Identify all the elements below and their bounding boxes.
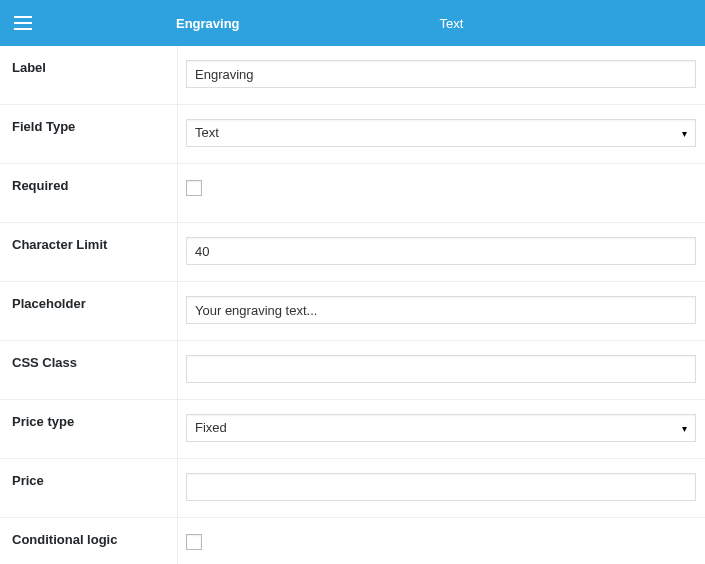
label-character-limit: Character Limit — [0, 223, 178, 281]
label-placeholder: Placeholder — [0, 282, 178, 340]
header-title: Engraving — [176, 16, 240, 31]
row-price: Price — [0, 459, 705, 518]
label-label: Label — [0, 46, 178, 104]
menu-toggle-button[interactable] — [0, 0, 46, 46]
row-conditional-logic: Conditional logic — [0, 518, 705, 564]
field-type-select[interactable]: Text — [186, 119, 696, 147]
label-field-type: Field Type — [0, 105, 178, 163]
label-required: Required — [0, 164, 178, 222]
row-label: Label — [0, 46, 705, 105]
row-required: Required — [0, 164, 705, 223]
placeholder-input[interactable] — [186, 296, 696, 324]
required-checkbox[interactable] — [186, 180, 202, 196]
css-class-input[interactable] — [186, 355, 696, 383]
character-limit-input[interactable] — [186, 237, 696, 265]
row-placeholder: Placeholder — [0, 282, 705, 341]
price-type-value: Fixed — [187, 415, 695, 440]
header-bar: Engraving Text — [0, 0, 705, 46]
label-price: Price — [0, 459, 178, 517]
field-settings-form: Label Field Type Text Required Character… — [0, 46, 705, 564]
conditional-logic-checkbox[interactable] — [186, 534, 202, 550]
field-type-value: Text — [187, 120, 695, 145]
label-input[interactable] — [186, 60, 696, 88]
hamburger-icon — [14, 16, 32, 30]
price-input[interactable] — [186, 473, 696, 501]
price-type-select[interactable]: Fixed — [186, 414, 696, 442]
label-css-class: CSS Class — [0, 341, 178, 399]
label-price-type: Price type — [0, 400, 178, 458]
row-css-class: CSS Class — [0, 341, 705, 400]
header-field-type: Text — [440, 16, 464, 31]
row-field-type: Field Type Text — [0, 105, 705, 164]
label-conditional-logic: Conditional logic — [0, 518, 178, 564]
row-character-limit: Character Limit — [0, 223, 705, 282]
row-price-type: Price type Fixed — [0, 400, 705, 459]
